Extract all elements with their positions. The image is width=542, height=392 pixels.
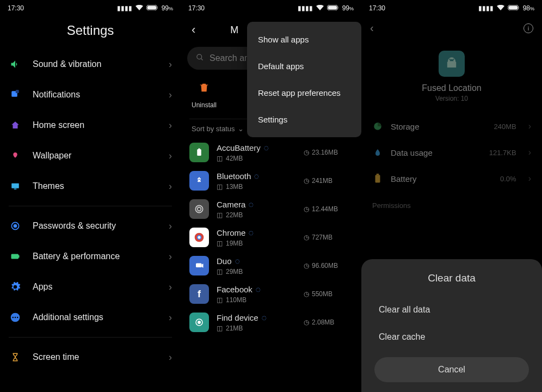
settings-item-themes[interactable]: Themes ›	[0, 171, 181, 201]
app-storage: 13MB	[226, 183, 243, 191]
settings-item-label: Apps	[33, 282, 169, 292]
svg-rect-31	[508, 6, 518, 10]
app-row[interactable]: Find device ◌ ◫ 21MB ◷ 2.08MB	[181, 308, 361, 336]
loading-icon: ◌	[235, 258, 240, 264]
loading-icon: ◌	[254, 173, 259, 179]
chevron-right-icon: ›	[169, 150, 172, 162]
settings-item-label: Themes	[33, 181, 169, 191]
svg-point-22	[195, 205, 202, 212]
data-icon	[372, 147, 383, 158]
row-value: 240MB	[494, 122, 516, 131]
settings-list: Sound & vibration › Notifications › Home…	[0, 49, 181, 372]
row-storage[interactable]: Storage 240MB ›	[361, 113, 542, 139]
settings-item-label: Screen time	[33, 352, 169, 362]
storage-icon: ◫	[217, 296, 223, 304]
app-name: Find device	[217, 313, 258, 322]
svg-rect-21	[199, 149, 200, 150]
row-value: 121.7KB	[489, 149, 516, 157]
app-row[interactable]: AccuBattery ◌ ◫ 42MB ◷ 23.16MB	[181, 138, 361, 167]
loading-icon: ◌	[256, 286, 261, 292]
app-icon	[439, 51, 465, 77]
app-row[interactable]: Bluetooth ◌ ◫ 13MB ◷ 241MB	[181, 167, 361, 195]
app-name: AccuBattery	[217, 143, 261, 152]
settings-item-notifications[interactable]: Notifications ›	[0, 79, 181, 110]
app-time: 23.16MB	[312, 149, 338, 156]
back-button[interactable]: ‹	[370, 22, 374, 34]
clear-cache-button[interactable]: Clear cache	[374, 323, 529, 351]
battery-icon	[327, 4, 339, 12]
clear-data-sheet: Clear data Clear all data Clear cache Ca…	[361, 259, 542, 392]
section-permissions: Permissions	[361, 192, 542, 214]
clock-icon: ◷	[304, 234, 309, 241]
chevron-down-icon: ⌄	[238, 125, 244, 133]
clear-all-data-button[interactable]: Clear all data	[374, 296, 529, 323]
settings-item-screentime[interactable]: Screen time ›	[0, 342, 181, 372]
settings-item-sound[interactable]: Sound & vibration ›	[0, 49, 181, 79]
menu-settings[interactable]: Settings	[247, 106, 361, 133]
app-list: AccuBattery ◌ ◫ 42MB ◷ 23.16MB Bluetooth	[181, 138, 361, 336]
settings-item-home[interactable]: Home screen ›	[0, 110, 181, 140]
svg-line-17	[201, 58, 202, 60]
gear-icon	[9, 280, 22, 293]
app-storage: 21MB	[226, 324, 243, 332]
svg-rect-9	[19, 255, 20, 258]
chevron-right-icon: ›	[528, 174, 531, 183]
uninstall-button[interactable]: Uninstall	[192, 82, 217, 109]
app-icon	[189, 313, 209, 332]
svg-point-13	[17, 317, 19, 318]
search-icon	[196, 53, 204, 63]
manage-apps-panel: 17:30 ▮▮▮▮ 99% ‹ M Uninstall	[181, 0, 361, 392]
app-row[interactable]: Camera ◌ ◫ 22MB ◷ 12.44MB	[181, 195, 361, 223]
svg-rect-20	[197, 149, 201, 156]
svg-rect-19	[205, 87, 205, 90]
svg-rect-15	[328, 6, 337, 10]
settings-item-wallpaper[interactable]: Wallpaper ›	[0, 140, 181, 171]
row-battery[interactable]: Battery 0.0% ›	[361, 166, 542, 192]
uninstall-label: Uninstall	[192, 101, 217, 109]
app-storage: 29MB	[226, 268, 243, 275]
row-label: Battery	[391, 174, 492, 183]
row-data-usage[interactable]: Data usage 121.7KB ›	[361, 139, 542, 166]
app-storage: 22MB	[226, 211, 243, 219]
settings-item-label: Home screen	[33, 120, 169, 130]
svg-rect-27	[196, 264, 202, 268]
app-row[interactable]: f Facebook ◌ ◫ 110MB ◷ 550MB	[181, 280, 361, 308]
chevron-right-icon: ›	[169, 312, 172, 323]
app-name: Duo	[217, 256, 232, 266]
settings-item-security[interactable]: Passwords & security ›	[0, 211, 181, 241]
divider	[9, 206, 172, 206]
chevron-right-icon: ›	[169, 120, 172, 131]
battery-pct: 99%	[342, 4, 354, 12]
chevron-right-icon: ›	[169, 352, 172, 363]
page-title-partial: M	[230, 24, 238, 36]
chevron-right-icon: ›	[169, 281, 172, 293]
svg-point-16	[197, 54, 202, 59]
settings-item-apps[interactable]: Apps ›	[0, 272, 181, 302]
chevron-right-icon: ›	[169, 59, 172, 70]
app-name: Bluetooth	[217, 171, 251, 181]
settings-item-additional[interactable]: Additional settings ›	[0, 302, 181, 333]
app-time: 241MB	[312, 177, 332, 185]
app-time: 550MB	[312, 290, 332, 298]
settings-item-battery[interactable]: Battery & performance ›	[0, 241, 181, 272]
app-row[interactable]: Chrome ◌ ◫ 19MB ◷ 727MB	[181, 223, 361, 252]
menu-reset-prefs[interactable]: Reset app preferences	[247, 79, 361, 106]
clock: 17:30	[369, 4, 385, 12]
app-icon	[189, 199, 209, 219]
wallpaper-icon	[9, 149, 22, 162]
app-storage: 42MB	[226, 155, 243, 162]
settings-item-label: Wallpaper	[33, 151, 169, 161]
app-storage: 110MB	[226, 296, 247, 304]
info-icon[interactable]: i	[523, 23, 533, 33]
svg-rect-18	[202, 87, 203, 90]
menu-show-all-apps[interactable]: Show all apps	[247, 26, 361, 53]
cancel-button[interactable]: Cancel	[374, 357, 529, 382]
menu-default-apps[interactable]: Default apps	[247, 53, 361, 79]
home-icon	[9, 119, 22, 132]
clock-icon: ◷	[304, 290, 309, 298]
back-button[interactable]: ‹	[187, 21, 200, 39]
svg-rect-36	[377, 174, 379, 175]
svg-rect-35	[375, 175, 380, 182]
app-row[interactable]: Duo ◌ ◫ 29MB ◷ 96.60MB	[181, 252, 361, 280]
shield-icon	[9, 219, 22, 232]
